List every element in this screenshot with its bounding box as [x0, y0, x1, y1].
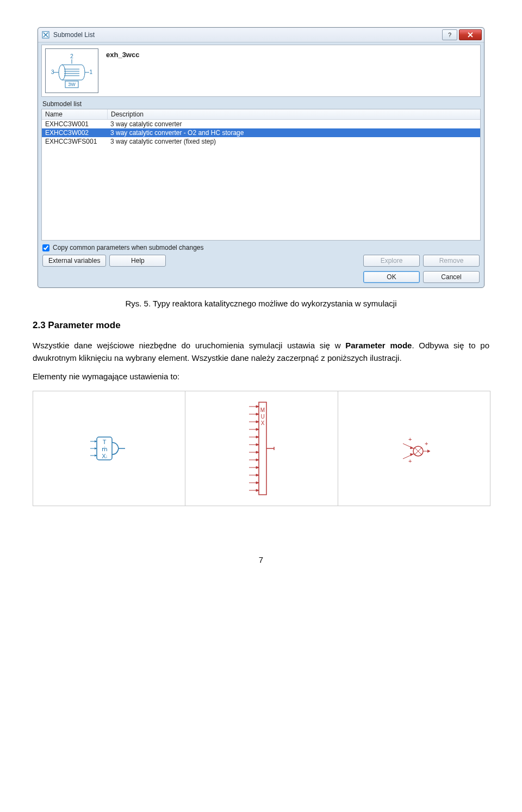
- svg-text:3: 3: [51, 69, 54, 75]
- svg-marker-69: [427, 450, 430, 453]
- svg-text:+: +: [408, 458, 412, 464]
- list-row[interactable]: EXHCC3W002 3 way catalytic converter - O…: [42, 128, 480, 137]
- svg-text:T: T: [102, 439, 106, 445]
- component-table: T ṁ Xᵢ M U X: [33, 391, 490, 506]
- list-header-row: Name Description: [42, 109, 480, 120]
- copy-params-label: Copy common parameters when submodel cha…: [53, 244, 203, 251]
- help-button[interactable]: Help: [109, 255, 166, 267]
- svg-text:X: X: [261, 420, 265, 426]
- list-row[interactable]: EXHCC3W001 3 way catalytic converter: [42, 120, 480, 128]
- svg-text:1: 1: [89, 69, 92, 75]
- svg-marker-63: [410, 446, 414, 449]
- mux-block-icon: M U X: [243, 397, 281, 500]
- explore-button[interactable]: Explore: [363, 255, 420, 267]
- component-name: exh_3wcc: [106, 48, 139, 59]
- svg-text:Xᵢ: Xᵢ: [102, 453, 107, 459]
- body-paragraph: Wszystkie dane wejściowe niezbędne do ur…: [33, 340, 489, 364]
- cancel-button[interactable]: Cancel: [423, 271, 480, 283]
- help-titlebar-button[interactable]: ?: [442, 29, 457, 40]
- submodel-list: Name Description EXHCC3W001 3 way cataly…: [41, 109, 481, 241]
- svg-text:M: M: [260, 407, 265, 413]
- app-icon: [41, 30, 50, 39]
- titlebar: Submodel List ?: [38, 28, 484, 42]
- col-description[interactable]: Description: [108, 109, 480, 119]
- component-thumbnail: 2 3 1 3W: [45, 48, 98, 93]
- section-heading: 2.3 Parameter mode: [33, 320, 489, 331]
- component-preview-panel: 2 3 1 3W: [41, 45, 481, 97]
- svg-marker-66: [410, 453, 414, 456]
- body-paragraph-2: Elementy nie wymagające ustawienia to:: [33, 372, 489, 381]
- svg-point-7: [59, 65, 65, 80]
- summer-block-icon: + + +: [392, 429, 436, 467]
- page-number: 7: [33, 555, 489, 564]
- figure-caption: Rys. 5. Typy reaktora katalitycznego moż…: [33, 299, 489, 308]
- component-cell-3: + + +: [338, 391, 490, 506]
- remove-button[interactable]: Remove: [423, 255, 480, 267]
- col-name[interactable]: Name: [42, 109, 108, 119]
- submodel-list-label: Submodel list: [41, 98, 481, 109]
- svg-text:3W: 3W: [68, 82, 76, 87]
- svg-text:U: U: [260, 414, 264, 420]
- close-button[interactable]: [459, 29, 482, 40]
- ok-button[interactable]: OK: [363, 271, 420, 283]
- svg-text:ṁ: ṁ: [101, 446, 107, 452]
- submodel-list-dialog: Submodel List ? 2: [38, 27, 484, 288]
- dialog-title: Submodel List: [53, 31, 95, 39]
- copy-params-checkbox[interactable]: [42, 244, 49, 251]
- svg-text:2: 2: [70, 53, 73, 59]
- component-cell-1: T ṁ Xᵢ: [33, 391, 185, 506]
- sensor-block-icon: T ṁ Xᵢ: [85, 429, 134, 467]
- copy-params-row[interactable]: Copy common parameters when submodel cha…: [41, 241, 481, 254]
- list-row[interactable]: EXHCC3WFS001 3 way catalytic converter (…: [42, 137, 480, 146]
- component-cell-2: M U X: [185, 391, 338, 506]
- svg-text:+: +: [425, 440, 428, 447]
- svg-text:+: +: [408, 436, 412, 442]
- external-variables-button[interactable]: External variables: [42, 255, 106, 267]
